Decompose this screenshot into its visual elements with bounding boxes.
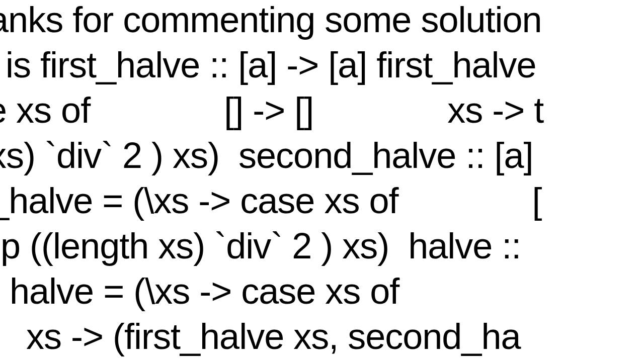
code-text-block: thanks for commenting some solution e it… <box>0 0 594 359</box>
